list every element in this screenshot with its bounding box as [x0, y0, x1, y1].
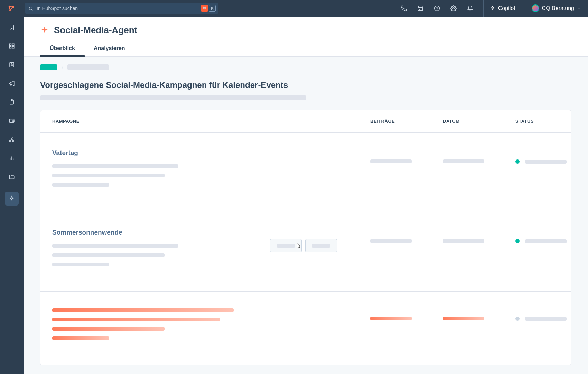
- row-action-primary[interactable]: [270, 239, 302, 252]
- campaign-icon[interactable]: [8, 80, 16, 87]
- hubspot-logo-icon[interactable]: [7, 4, 15, 12]
- bell-icon[interactable]: [467, 5, 474, 12]
- table-row[interactable]: Vatertag: [40, 133, 571, 212]
- th-status: Status: [515, 119, 559, 124]
- skeleton-value: [525, 160, 567, 164]
- skeleton-label: [277, 244, 295, 248]
- cell-posts: [370, 149, 443, 163]
- th-posts: Beiträge: [370, 119, 443, 124]
- svg-point-7: [453, 8, 455, 9]
- svg-rect-10: [9, 47, 11, 48]
- tab-overview[interactable]: Überblick: [50, 42, 75, 56]
- svg-rect-9: [12, 44, 14, 45]
- top-bar: ⌘ K Copilot CQ Beratung: [0, 0, 588, 17]
- campaign-title: Sommersonnenwende: [52, 229, 270, 236]
- skeleton-value: [443, 239, 484, 243]
- table-row[interactable]: [40, 292, 571, 365]
- campaign-title: Vatertag: [52, 149, 370, 157]
- copilot-label: Copilot: [498, 5, 515, 11]
- bar-chart-icon[interactable]: [8, 154, 16, 162]
- cell-status: [515, 229, 567, 243]
- svg-rect-8: [9, 44, 11, 45]
- clipboard-icon[interactable]: [8, 98, 16, 106]
- page-sparkle-icon: [40, 26, 49, 35]
- chevron-right-icon: ›: [62, 64, 63, 70]
- svg-point-17: [11, 137, 12, 138]
- th-campaign: Kampagne: [52, 119, 370, 124]
- user-name: CQ Beratung: [542, 5, 574, 11]
- cell-campaign: [52, 308, 370, 346]
- folder-icon[interactable]: [8, 173, 16, 181]
- status-dot-icon: [515, 159, 520, 164]
- content: Social-Media-Agent Überblick Analysieren…: [24, 17, 588, 374]
- copilot-button[interactable]: Copilot: [483, 0, 522, 17]
- cell-date: [443, 308, 515, 320]
- svg-point-18: [10, 140, 11, 142]
- contacts-icon[interactable]: [8, 61, 16, 69]
- skeleton-label: [312, 244, 330, 248]
- skeleton-line: [52, 244, 178, 248]
- grid-icon[interactable]: [8, 42, 16, 50]
- help-icon[interactable]: [433, 5, 440, 12]
- cell-status: [515, 149, 567, 164]
- skeleton-value: [370, 317, 412, 320]
- gear-icon[interactable]: [450, 5, 457, 12]
- section-subtitle-skeleton: [40, 95, 306, 100]
- cell-date: [443, 229, 515, 243]
- svg-point-3: [29, 7, 32, 10]
- svg-line-4: [32, 9, 33, 10]
- sparkle-icon: [490, 6, 495, 11]
- skeleton-line: [52, 253, 165, 257]
- tabs: Überblick Analysieren: [24, 42, 588, 57]
- topbar-right: Copilot CQ Beratung: [400, 0, 581, 17]
- skeleton-value: [370, 159, 412, 163]
- skeleton-line: [52, 336, 109, 340]
- page-title: Social-Media-Agent: [54, 25, 137, 36]
- breadcrumb-current: [67, 64, 109, 70]
- cmd-key-icon: ⌘: [201, 5, 208, 12]
- skeleton-line: [52, 174, 165, 177]
- cell-campaign: Vatertag: [52, 149, 370, 192]
- row-action-secondary[interactable]: [305, 239, 337, 252]
- bookmark-icon[interactable]: [8, 24, 16, 31]
- status-dot-icon: [515, 239, 520, 243]
- store-icon[interactable]: [417, 5, 424, 12]
- user-menu[interactable]: CQ Beratung: [532, 4, 581, 12]
- skeleton-line: [52, 183, 109, 187]
- cell-posts: [370, 229, 443, 243]
- search-wrap: ⌘ K: [25, 3, 218, 14]
- left-nav: [0, 17, 24, 374]
- cell-campaign: Sommersonnenwende: [52, 229, 270, 272]
- cell-posts: [370, 308, 443, 320]
- skeleton-line: [52, 327, 165, 331]
- campaign-table: Kampagne Beiträge Datum Status Vatertag: [40, 110, 571, 365]
- row-actions: [270, 229, 339, 252]
- sparkle-nav-icon[interactable]: [5, 192, 19, 206]
- sitemap-icon[interactable]: [8, 136, 16, 143]
- wallet-icon[interactable]: [8, 117, 16, 125]
- section-title: Vorgeschlagene Social-Media-Kampagnen fü…: [40, 80, 571, 90]
- breadcrumb: ›: [40, 64, 571, 70]
- chevron-down-icon: [577, 6, 581, 10]
- cell-date: [443, 149, 515, 163]
- svg-point-19: [13, 140, 14, 142]
- skeleton-value: [525, 317, 567, 321]
- skeleton-value: [443, 317, 484, 320]
- status-dot-icon: [515, 317, 520, 321]
- k-key-icon: K: [209, 5, 216, 12]
- skeleton-line: [52, 164, 178, 168]
- search-shortcut: ⌘ K: [201, 5, 216, 12]
- svg-rect-11: [12, 47, 14, 48]
- table-row[interactable]: Sommersonnenwende: [40, 212, 571, 292]
- avatar: [532, 4, 539, 12]
- table-header: Kampagne Beiträge Datum Status: [40, 110, 571, 133]
- breadcrumb-root[interactable]: [40, 64, 57, 70]
- svg-point-13: [11, 64, 12, 65]
- search-icon: [28, 6, 34, 11]
- svg-point-6: [437, 9, 437, 10]
- tab-analyze[interactable]: Analysieren: [94, 42, 125, 56]
- search-input[interactable]: [25, 3, 218, 14]
- skeleton-line: [52, 318, 220, 321]
- phone-icon[interactable]: [400, 5, 407, 12]
- body-area: › Vorgeschlagene Social-Media-Kampagnen …: [24, 57, 588, 374]
